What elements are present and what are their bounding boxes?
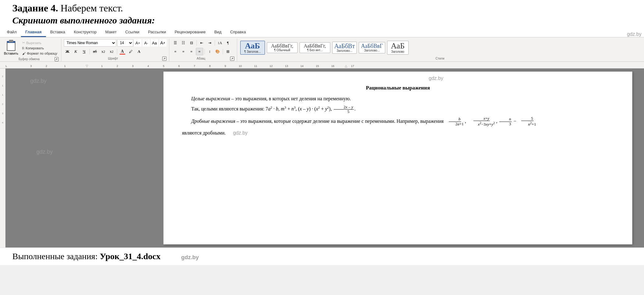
font-color-a-icon: A — [121, 49, 124, 54]
tab-file[interactable]: Файл — [2, 28, 21, 37]
font-expand-button[interactable]: ↗ — [162, 56, 167, 61]
bullets-button[interactable]: ☰ — [172, 39, 179, 47]
strikethrough-button[interactable]: аб — [91, 48, 99, 55]
style-heading3[interactable]: АаБбВвГ Заголово... — [359, 42, 385, 53]
task-title: Задание 4. Наберем текст. — [12, 2, 632, 14]
task-title-bold: Задание 4. — [12, 2, 58, 14]
style-heading4[interactable]: АаБ Заголово — [387, 41, 409, 55]
copy-label: Копировать — [26, 46, 44, 50]
styles-group: АаБ ¶ Заголов... АаБбВвГг, ¶ Обычный АаБ… — [237, 39, 643, 61]
tab-view[interactable]: Вид — [210, 28, 226, 37]
scissors-icon: ✂ — [22, 41, 25, 45]
divider6 — [223, 49, 223, 54]
italic-button[interactable]: К — [72, 48, 80, 55]
font-group: Times New Roman 14 A+ A- Aa A✗ Ж К Ч аб — [61, 39, 169, 61]
left-grey-area: gdz.by gdz.by — [6, 69, 163, 247]
text-shading-button[interactable]: A — [135, 48, 143, 55]
tab-references[interactable]: Ссылки — [121, 28, 144, 37]
highlight-color-button[interactable]: 🖊 — [127, 48, 134, 55]
bottom-label-bold: Урок_31_4.docx — [98, 251, 161, 261]
font-name-select[interactable]: Times New Roman — [64, 39, 116, 47]
text-color-button[interactable]: A — [119, 48, 126, 55]
multilevel-list-button[interactable]: ⊟ — [188, 39, 195, 47]
doc-para4-text: являются дробными. — [182, 130, 226, 135]
sort-button[interactable]: ↕A — [216, 39, 224, 47]
task-subtitle: Скриншот выполненного задания: — [12, 15, 632, 26]
style-heading2[interactable]: АаБбВт Заголово... — [332, 42, 357, 54]
style-no-space[interactable]: АаБбВвГг, ¶ Без инт... — [299, 42, 330, 53]
style-heading1[interactable]: АаБ ¶ Заголов... — [240, 41, 265, 55]
ruler-marks: L 3 2 1 ▽ 1 2 3 4 5 6 7 8 9 10 11 12 13 … — [6, 62, 643, 68]
tab-review[interactable]: Рецензирование — [170, 28, 210, 37]
doc-para3-rest: – это выражения, которые содержат делени… — [235, 118, 445, 124]
tab-layout[interactable]: Макет — [101, 28, 121, 37]
shading-para-button[interactable]: 🎨 — [214, 48, 221, 55]
style-normal[interactable]: АаБбВвГг, ¶ Обычный — [267, 42, 298, 53]
font-size-select[interactable]: 14 — [117, 39, 133, 47]
tab-home[interactable]: Главная — [21, 28, 46, 37]
paste-button[interactable]: Вставить — [4, 40, 19, 56]
clipboard-group-label: Буфер обмена — [4, 57, 55, 61]
show-marks-button[interactable]: ¶ — [224, 39, 232, 47]
watermark-left2: gdz.by — [36, 149, 53, 155]
justify-button[interactable]: ≡ — [196, 48, 203, 55]
grow-font-button[interactable]: A+ — [134, 39, 142, 47]
para-group-label: Абзац — [172, 56, 230, 61]
subscript-button[interactable]: x2 — [100, 48, 107, 55]
para-expand-button[interactable]: ↗ — [230, 56, 234, 61]
align-center-button[interactable]: ≡ — [180, 48, 187, 55]
format-painter-icon: 🖌 — [22, 52, 26, 55]
color-bar — [120, 54, 125, 55]
align-right-button[interactable]: ≡ — [188, 48, 195, 55]
tab-help[interactable]: Справка — [226, 28, 250, 37]
increase-indent-button[interactable]: ⇥ — [206, 39, 213, 47]
highlight-icon: 🖊 — [129, 49, 133, 54]
doc-sep1: , — [465, 118, 467, 124]
superscript-button[interactable]: x2 — [108, 48, 115, 55]
underline-button[interactable]: Ч — [80, 48, 88, 55]
para-row1: ☰ ☷ ⊟ ⇤ ⇥ ↕A ¶ — [172, 39, 232, 47]
bold-button[interactable]: Ж — [64, 48, 71, 55]
cut-button[interactable]: ✂ Вырезать — [21, 40, 59, 45]
decrease-indent-button[interactable]: ⇤ — [198, 39, 205, 47]
content-page: gdz.by Рациональные выражения Целые выра… — [163, 72, 632, 244]
clear-format-button[interactable]: A✗ — [159, 39, 167, 47]
para-footer: Абзац ↗ — [172, 56, 234, 61]
align-left-button[interactable]: ≡ — [172, 48, 179, 55]
numbering-button[interactable]: ☷ — [180, 39, 187, 47]
doc-frac4: n 3 — [499, 117, 512, 126]
divider2 — [117, 49, 117, 54]
clipboard-expand-button[interactable]: ↗ — [55, 57, 59, 61]
copy-button[interactable]: ⎘ Копировать — [21, 46, 59, 51]
ruler-numbers-vertical: 2 1 1 2 3 4 — [0, 69, 5, 127]
doc-frac5: 5 n2+1 — [518, 116, 537, 127]
doc-para1-italic: Целые выражения — [191, 96, 230, 101]
borders-button[interactable]: ⊞ — [224, 48, 232, 55]
ribbon: Файл Главная Вставка Конструктор Макет С… — [0, 27, 644, 62]
doc-para2-end: . — [354, 106, 356, 111]
tab-insert[interactable]: Вставка — [46, 28, 69, 37]
font-footer: Шрифт ↗ — [64, 56, 167, 61]
doc-para4: являются дробными. gdz.by — [182, 129, 614, 137]
doc-para3-italic: Дробные выражения — [191, 118, 235, 124]
style-heading4-preview: АаБ — [391, 42, 405, 50]
format-painter-button[interactable]: 🖌 Формат по образцу — [21, 51, 59, 56]
change-case-button[interactable]: Aa — [151, 39, 158, 47]
doc-sep2: , — [496, 118, 499, 124]
font-row1: Times New Roman 14 A+ A- Aa A✗ — [64, 39, 167, 47]
divider5 — [204, 49, 205, 54]
style-heading2-preview: АаБбВт — [334, 43, 355, 49]
shrink-font-button[interactable]: A- — [142, 39, 150, 47]
doc-minus: − — [514, 118, 518, 124]
style-nospace-label: ¶ Без инт... — [307, 48, 322, 52]
bottom-label-normal: Выполненные задания: — [12, 251, 98, 261]
watermark-left1: gdz.by — [30, 78, 47, 84]
task-title-normal: Наберем текст. — [58, 2, 123, 14]
doc-para1: Целые выражения – это выражения, в котор… — [182, 95, 614, 102]
style-normal-preview: АаБбВвГг, — [271, 44, 293, 48]
style-heading1-label: ¶ Заголов... — [244, 50, 261, 53]
tab-design[interactable]: Конструктор — [69, 28, 101, 37]
tab-mailings[interactable]: Рассылки — [144, 28, 170, 37]
line-spacing-button[interactable]: ↕ — [206, 48, 213, 55]
format-label: Формат по образцу — [27, 52, 57, 55]
